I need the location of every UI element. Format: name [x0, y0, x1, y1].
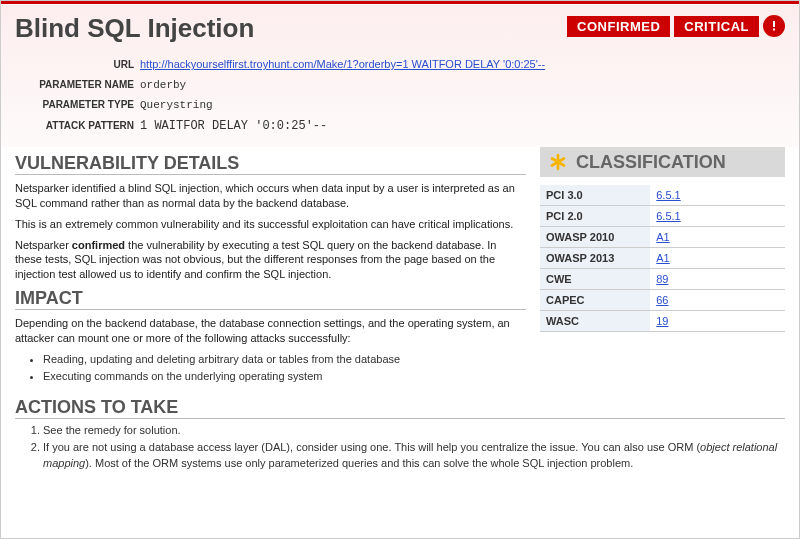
- vuln-paragraph-1: Netsparker identified a blind SQL inject…: [15, 181, 526, 211]
- actions-section: ACTIONS TO TAKE See the remedy for solut…: [15, 397, 785, 472]
- impact-paragraph: Depending on the backend database, the d…: [15, 316, 526, 346]
- impact-heading: IMPACT: [15, 288, 526, 310]
- list-item: See the remedy for solution.: [43, 423, 785, 439]
- param-type-label: PARAMETER TYPE: [15, 95, 140, 115]
- critical-badge: CRITICAL: [674, 16, 759, 37]
- info-table: URL http://hackyourselffirst.troyhunt.co…: [15, 54, 545, 137]
- class-link[interactable]: 89: [656, 273, 668, 285]
- class-label: WASC: [540, 311, 650, 332]
- param-type-value: Querystring: [140, 95, 545, 115]
- classification-header: CLASSIFICATION: [540, 147, 785, 177]
- table-row: PCI 3.06.5.1: [540, 185, 785, 206]
- url-value: http://hackyourselffirst.troyhunt.com/Ma…: [140, 54, 545, 75]
- impact-list: Reading, updating and deleting arbitrary…: [43, 352, 526, 385]
- details-column: VULNERABILITY DETAILS Netsparker identif…: [15, 147, 526, 391]
- class-link[interactable]: 66: [656, 294, 668, 306]
- header-area: Blind SQL Injection CONFIRMED CRITICAL U…: [1, 5, 799, 147]
- actions-list: See the remedy for solution. If you are …: [43, 423, 785, 472]
- class-label: PCI 3.0: [540, 185, 650, 206]
- attack-pattern-label: ATTACK PATTERN: [15, 115, 140, 137]
- svg-rect-2: [773, 29, 775, 31]
- vuln-paragraph-2: This is an extremely common vulnerabilit…: [15, 217, 526, 232]
- class-label: OWASP 2010: [540, 227, 650, 248]
- table-row: WASC19: [540, 311, 785, 332]
- asterisk-icon: [546, 150, 570, 174]
- table-row: CAPEC66: [540, 290, 785, 311]
- table-row: OWASP 2010A1: [540, 227, 785, 248]
- class-label: PCI 2.0: [540, 206, 650, 227]
- list-item: Executing commands on the underlying ope…: [43, 369, 526, 385]
- table-row: OWASP 2013A1: [540, 248, 785, 269]
- classification-title: CLASSIFICATION: [576, 152, 726, 173]
- class-link[interactable]: A1: [656, 231, 669, 243]
- class-link[interactable]: A1: [656, 252, 669, 264]
- class-link[interactable]: 19: [656, 315, 668, 327]
- table-row: PCI 2.06.5.1: [540, 206, 785, 227]
- class-link[interactable]: 6.5.1: [656, 189, 680, 201]
- attack-pattern-value: 1 WAITFOR DELAY '0:0:25'--: [140, 115, 545, 137]
- vulnerability-details-heading: VULNERABILITY DETAILS: [15, 153, 526, 175]
- status-badges: CONFIRMED CRITICAL: [567, 13, 785, 37]
- vuln-paragraph-3: Netsparker confirmed the vulnerability b…: [15, 238, 526, 283]
- class-label: CAPEC: [540, 290, 650, 311]
- param-name-label: PARAMETER NAME: [15, 75, 140, 95]
- alert-icon: [763, 15, 785, 37]
- confirmed-badge: CONFIRMED: [567, 16, 670, 37]
- page-title: Blind SQL Injection: [15, 13, 254, 44]
- table-row: CWE89: [540, 269, 785, 290]
- url-label: URL: [15, 54, 140, 75]
- list-item: Reading, updating and deleting arbitrary…: [43, 352, 526, 368]
- svg-rect-1: [773, 21, 775, 27]
- actions-heading: ACTIONS TO TAKE: [15, 397, 785, 419]
- classification-table: PCI 3.06.5.1 PCI 2.06.5.1 OWASP 2010A1 O…: [540, 185, 785, 332]
- class-label: OWASP 2013: [540, 248, 650, 269]
- param-name-value: orderby: [140, 75, 545, 95]
- classification-column: CLASSIFICATION PCI 3.06.5.1 PCI 2.06.5.1…: [540, 147, 785, 391]
- class-link[interactable]: 6.5.1: [656, 210, 680, 222]
- url-link[interactable]: http://hackyourselffirst.troyhunt.com/Ma…: [140, 58, 545, 70]
- class-label: CWE: [540, 269, 650, 290]
- list-item: If you are not using a database access l…: [43, 440, 785, 472]
